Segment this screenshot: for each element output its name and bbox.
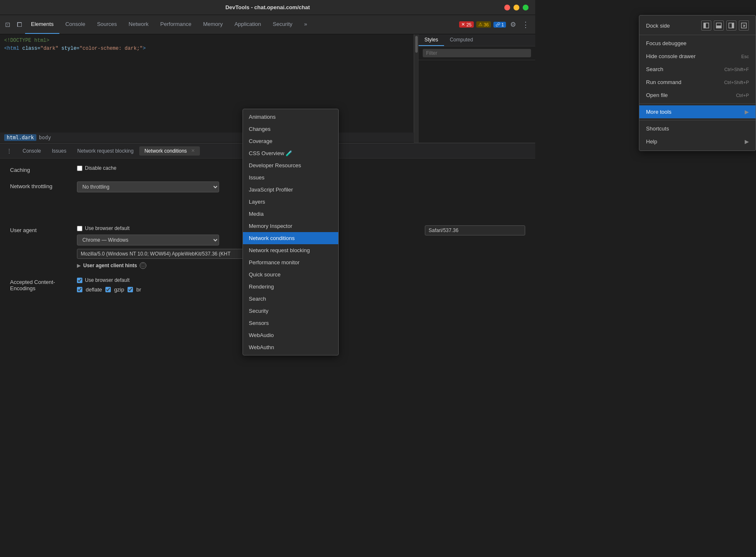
info-badge[interactable]: 🗪 1 [493,22,506,28]
tab-security[interactable]: Security [267,15,298,34]
dom-panel[interactable]: <!DOCTYPE html> <html class="dark" style… [0,34,414,133]
breadcrumb-html[interactable]: html.dark [4,134,36,141]
warning-icon: ⚠ [478,22,483,27]
tab-elements[interactable]: Elements [25,15,59,34]
main-toolbar: ⊡ ⧠ Elements Console Sources Network Per… [0,15,535,34]
submenu-search[interactable]: Search [243,293,338,305]
ua-hints-arrow-icon: ▶ [77,263,81,268]
scroll-thumb[interactable] [415,36,418,53]
styles-panel: Styles Computed [418,34,535,143]
use-browser-default-checkbox[interactable] [77,226,82,231]
tab-performance[interactable]: Performance [154,15,197,34]
caching-label: Caching [10,165,69,173]
submenu-layers[interactable]: Layers [243,196,338,208]
drawer-dots-icon: ⋮ [7,148,12,154]
br-checkbox[interactable] [128,287,133,292]
info-icon-badge: 🗪 [495,22,500,27]
use-browser-default-label: Use browser default [85,225,130,231]
warnings-badge[interactable]: ⚠ 36 [476,21,491,28]
safari-ua-input[interactable] [425,225,525,235]
br-label: br [136,286,141,293]
minimize-window-button[interactable] [513,5,519,10]
accepted-encodings-label: Accepted Content-Encodings [10,277,69,291]
window-controls [504,5,529,10]
drawer-tab-network-conditions[interactable]: Network conditions ✕ [139,146,199,156]
submenu-network-request-blocking[interactable]: Network request blocking [243,244,338,256]
submenu-webauthn[interactable]: WebAuthn [243,341,338,353]
ua-select[interactable]: Chrome — Windows Chrome — Mac Firefox Sa… [77,235,219,245]
submenu-media[interactable]: Media [243,208,338,220]
dom-area: <!DOCTYPE html> <html class="dark" style… [0,34,414,143]
dom-scrollbar[interactable] [414,34,418,143]
submenu-network-conditions[interactable]: Network conditions [243,232,338,244]
submenu-developer-resources[interactable]: Developer Resources [243,159,338,171]
drawer-tab-console[interactable]: Console [18,146,46,156]
submenu-performance-monitor[interactable]: Performance monitor [243,256,338,268]
main-tab-bar: Elements Console Sources Network Perform… [25,15,459,34]
throttling-label: Network throttling [10,181,69,189]
titlebar: DevTools - chat.openai.com/chat [0,0,535,15]
tab-sources[interactable]: Sources [91,15,123,34]
throttling-select[interactable]: No throttling Slow 3G Fast 3G [77,181,219,192]
drawer-tab-dots[interactable]: ⋮ [2,146,17,156]
breadcrumb: html.dark body [0,133,414,143]
dom-line-1: <!DOCTYPE html> [4,37,409,45]
submenu-rendering[interactable]: Rendering [243,281,338,293]
errors-badge[interactable]: ✕ 25 [459,21,473,28]
drawer-tab-issues[interactable]: Issues [47,146,72,156]
submenu-webaudio[interactable]: WebAudio [243,329,338,341]
maximize-window-button[interactable] [523,5,529,10]
styles-filter-input[interactable] [423,49,531,57]
error-icon: ✕ [461,22,465,27]
submenu-animations[interactable]: Animations [243,111,338,123]
submenu-sensors[interactable]: Sensors [243,317,338,329]
drawer-tab-network-request-blocking[interactable]: Network request blocking [72,146,139,156]
submenu-changes[interactable]: Changes [243,123,338,135]
tab-computed[interactable]: Computed [444,34,479,46]
submenu-quick-source[interactable]: Quick source [243,268,338,281]
settings-button[interactable]: ⚙ [508,19,518,30]
use-browser-default2-checkbox[interactable] [77,278,82,283]
titlebar-title: DevTools - chat.openai.com/chat [225,4,310,10]
styles-filter [419,46,535,60]
ua-hints-info-icon[interactable]: ⓘ [140,262,146,269]
gzip-checkbox[interactable] [105,287,111,292]
disable-cache-checkbox[interactable] [77,166,82,171]
user-agent-label: User agent [10,225,69,233]
submenu-coverage[interactable]: Coverage [243,135,338,147]
styles-tabs: Styles Computed [419,34,535,46]
dom-line-2: <html class="dark" style="color-scheme: … [4,45,409,53]
tab-memory[interactable]: Memory [197,15,229,34]
tab-application[interactable]: Application [229,15,267,34]
gzip-label: gzip [114,286,124,293]
tab-styles[interactable]: Styles [419,34,444,46]
use-browser-default2-label: Use browser default [85,277,130,283]
disable-cache-label: Disable cache [85,165,116,171]
breadcrumb-body[interactable]: body [39,135,51,141]
toolbar-right: ✕ 25 ⚠ 36 🗪 1 ⚙ ⋮ [459,18,534,31]
submenu-security[interactable]: Security [243,305,338,317]
inspect-element-button[interactable]: ⊡ [2,19,13,31]
safari-ua-area [425,225,525,235]
submenu-css-overview[interactable]: CSS Overview 🧪 [243,147,338,159]
submenu-issues[interactable]: Issues [243,171,338,184]
deflate-label: deflate [86,286,102,293]
submenu-memory-inspector[interactable]: Memory Inspector [243,220,338,232]
more-tools-submenu[interactable]: Animations Changes Coverage CSS Overview… [243,109,339,355]
close-window-button[interactable] [504,5,510,10]
deflate-checkbox[interactable] [77,287,82,292]
tab-console[interactable]: Console [59,15,91,34]
tab-network[interactable]: Network [123,15,155,34]
device-toolbar-button[interactable]: ⧠ [13,19,25,31]
submenu-javascript-profiler[interactable]: JavaScript Profiler [243,184,338,196]
more-tabs-button[interactable]: » [298,15,313,34]
ua-hints-label: User agent client hints [83,263,137,268]
more-options-button[interactable]: ⋮ [520,18,531,31]
drawer-tab-close-icon[interactable]: ✕ [191,148,195,153]
